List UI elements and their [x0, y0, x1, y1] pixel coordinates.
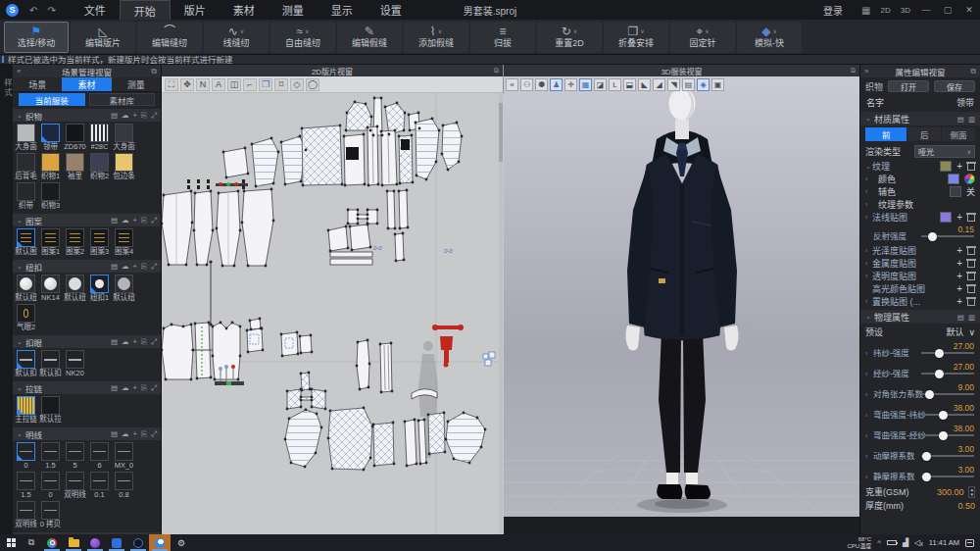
- seam-point[interactable]: [367, 224, 369, 226]
- seam-point[interactable]: [365, 103, 368, 106]
- seam-point[interactable]: [453, 458, 456, 461]
- swatch-1-2[interactable]: 图案2: [63, 228, 87, 256]
- copy-icon[interactable]: ⎘: [141, 111, 147, 121]
- seam-point[interactable]: [290, 462, 293, 465]
- seam-point[interactable]: [412, 181, 415, 184]
- pattern-piece[interactable]: [380, 343, 392, 392]
- tool-caret-8[interactable]: ∨: [573, 25, 577, 38]
- seam-point[interactable]: [376, 209, 379, 212]
- seam-point[interactable]: [239, 326, 242, 328]
- color-wheel-icon[interactable]: [964, 174, 975, 184]
- swatch-thumb[interactable]: [41, 228, 60, 247]
- seam-point[interactable]: [300, 399, 303, 402]
- seam-point[interactable]: [243, 190, 246, 193]
- seam-point[interactable]: [324, 390, 327, 393]
- swatch-thumb[interactable]: [90, 153, 109, 172]
- swatch-thumb[interactable]: [90, 228, 109, 247]
- seam-point[interactable]: [419, 463, 422, 466]
- add-icon[interactable]: +: [133, 216, 137, 225]
- cloud-icon[interactable]: ☁: [122, 337, 129, 347]
- add-icon[interactable]: +: [133, 262, 137, 272]
- tool-0[interactable]: ⚑选择/移动: [4, 22, 69, 53]
- seam-point[interactable]: [461, 135, 464, 138]
- seam-point[interactable]: [327, 229, 330, 232]
- select-box-icon[interactable]: ⛶: [165, 78, 178, 91]
- swatch-5-7[interactable]: 双明线: [63, 472, 87, 499]
- seam-point[interactable]: [347, 247, 350, 250]
- delete-map-icon[interactable]: [967, 162, 975, 171]
- seam-point[interactable]: [427, 414, 430, 417]
- seam-point[interactable]: [380, 97, 383, 100]
- menu-4[interactable]: 测量: [269, 0, 318, 20]
- move-icon[interactable]: ✥: [180, 78, 194, 91]
- stepper-down-icon[interactable]: ▾: [970, 492, 973, 497]
- notch-icon[interactable]: N: [196, 78, 210, 91]
- swatch-0-1[interactable]: 领带: [38, 124, 63, 151]
- tool-caret-3[interactable]: ∨: [240, 25, 244, 38]
- pattern-piece[interactable]: [328, 226, 348, 251]
- seam-point[interactable]: [212, 326, 215, 328]
- section-header-3[interactable]: ⌄扣眼▤☁+⎘⤢: [13, 335, 161, 348]
- seam-point[interactable]: [300, 406, 303, 409]
- menu-3[interactable]: 素材: [220, 0, 269, 20]
- start-button[interactable]: [0, 534, 22, 551]
- slider-track[interactable]: [921, 373, 974, 375]
- seam-point[interactable]: [447, 421, 450, 424]
- swatch-5-6[interactable]: 0: [38, 472, 63, 499]
- map-swatch[interactable]: [948, 174, 959, 184]
- swatch-thumb[interactable]: [115, 153, 133, 172]
- cloud-icon[interactable]: ☁: [122, 383, 129, 393]
- seam-point[interactable]: [286, 390, 289, 393]
- tray-chevron-icon[interactable]: ^: [877, 538, 881, 547]
- swatch-0-11[interactable]: 织物3: [38, 182, 63, 210]
- face-tab-2[interactable]: 侧面: [942, 127, 975, 141]
- swatch-thumb[interactable]: [17, 442, 35, 461]
- add-map-icon[interactable]: +: [956, 259, 962, 269]
- seam-point[interactable]: [388, 133, 391, 136]
- swatch-2-5[interactable]: 气眼2: [14, 304, 38, 331]
- seam-point[interactable]: [284, 183, 287, 186]
- swatch-2-4[interactable]: 默认纽: [112, 275, 136, 302]
- light-icon[interactable]: L: [609, 78, 621, 91]
- clock[interactable]: 11:41 AM: [929, 538, 959, 547]
- shoe-a-icon[interactable]: ◣: [638, 78, 651, 91]
- maximize-button[interactable]: ▢: [937, 0, 958, 20]
- add-icon[interactable]: +: [133, 383, 137, 393]
- tool-caret-4[interactable]: ∨: [305, 25, 309, 38]
- seam-point[interactable]: [311, 396, 314, 399]
- seam-point[interactable]: [357, 209, 360, 212]
- seam-point[interactable]: [444, 451, 447, 454]
- swatch-5-0[interactable]: 0: [14, 442, 38, 470]
- garment-icon[interactable]: ❒: [259, 78, 272, 91]
- seam-point[interactable]: [237, 378, 240, 381]
- cloud-icon[interactable]: ☁: [122, 216, 129, 225]
- seam-point[interactable]: [357, 218, 360, 221]
- swatch-thumb[interactable]: [66, 350, 84, 369]
- seam-point[interactable]: [411, 134, 414, 137]
- seam-point[interactable]: [339, 125, 342, 127]
- seam-point[interactable]: [394, 233, 397, 236]
- swatch-2-0[interactable]: 默认纽: [14, 275, 38, 302]
- copy-icon[interactable]: ⎘: [141, 429, 147, 439]
- seam-point[interactable]: [417, 112, 420, 115]
- seam-point[interactable]: [246, 329, 249, 332]
- map-swatch[interactable]: [940, 212, 952, 223]
- add-icon[interactable]: +: [133, 111, 137, 121]
- seam-point[interactable]: [296, 331, 299, 334]
- delete-map-icon[interactable]: [967, 259, 975, 268]
- seam-point[interactable]: [347, 209, 350, 212]
- slider-value[interactable]: 38.00: [954, 424, 974, 433]
- pivot-icon[interactable]: ✛: [564, 78, 577, 91]
- seam-point[interactable]: [380, 130, 383, 133]
- tool-9[interactable]: ❐∨折叠安排: [604, 22, 668, 53]
- seam-point[interactable]: [214, 378, 217, 381]
- seam-point[interactable]: [406, 465, 409, 468]
- sidebar-subtab-0[interactable]: 当前服装: [19, 93, 85, 106]
- section-header-5[interactable]: ⌄明线▤☁+⎘⤢: [13, 427, 161, 440]
- seam-point[interactable]: [468, 462, 471, 465]
- seam-point[interactable]: [386, 190, 389, 193]
- expand-arrow-icon[interactable]: ›: [865, 175, 872, 182]
- seam-point[interactable]: [191, 222, 194, 225]
- swatch-thumb[interactable]: [41, 396, 60, 415]
- slider-value[interactable]: 9.00: [957, 382, 974, 392]
